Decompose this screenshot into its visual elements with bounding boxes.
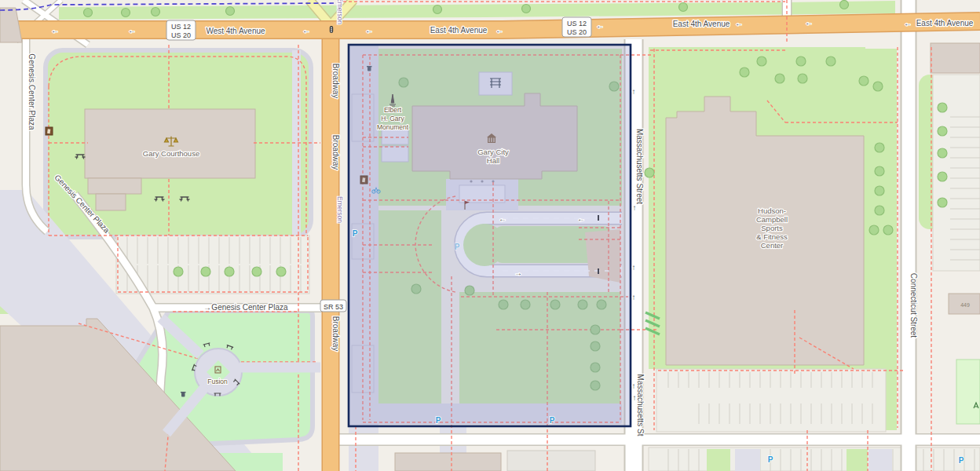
selection-highlight[interactable] bbox=[349, 45, 631, 426]
oneway-arrow: ← bbox=[904, 19, 912, 27]
parking-marker: P bbox=[959, 456, 964, 465]
oneway-arrow: ↑ bbox=[632, 87, 636, 96]
street-label-broadway: Broadway bbox=[331, 316, 340, 351]
street-label-broadway: Broadway bbox=[331, 135, 340, 170]
street-label-massachusetts: Massachusetts Street bbox=[635, 129, 644, 204]
oneway-arrow: ← bbox=[596, 21, 604, 30]
oneway-arrow: → bbox=[514, 268, 522, 277]
shield-text: US 20 bbox=[171, 31, 191, 39]
street-label-emerson: Emerson bbox=[336, 196, 344, 223]
street-label-east-4th-avenue-right: East 4th Avenue bbox=[673, 20, 730, 28]
shield-sr53: SR 53 bbox=[320, 300, 346, 312]
parking-marker: P bbox=[353, 229, 358, 238]
parking-marker: P bbox=[768, 455, 773, 464]
street-label-genesis-vertical: Genesis Center Plaza bbox=[27, 53, 36, 130]
poi-label-hudson-campbell: Hudson- bbox=[758, 206, 786, 215]
oneway-arrow: → bbox=[203, 303, 211, 312]
oneway-arrow: ← bbox=[735, 19, 743, 27]
shield-text: US 12 bbox=[171, 23, 191, 31]
street-label-east-4th-avenue-far: East 4th Avenue bbox=[916, 19, 974, 27]
parking-marker: P bbox=[436, 416, 441, 425]
poi-label-hudson-campbell: & Fitness bbox=[756, 232, 788, 241]
parking-marker: P bbox=[455, 243, 460, 251]
oneway-arrow: ← bbox=[805, 18, 813, 27]
oneway-arrow: ← bbox=[128, 26, 136, 35]
oneway-arrow: ← bbox=[499, 214, 506, 223]
poi-label-gary-courthouse: Gary Courthouse bbox=[143, 149, 199, 158]
poi-label-hudson-campbell: Center bbox=[761, 241, 784, 250]
street-label-genesis-horizontal: Genesis Center Plaza bbox=[211, 303, 288, 312]
shield-text: US 20 bbox=[567, 28, 587, 36]
shield-us12-us20-center: US 12 US 20 bbox=[562, 17, 591, 37]
oneway-arrow: ↑ bbox=[633, 393, 637, 402]
oneway-arrow: ↑ bbox=[632, 293, 636, 301]
shield-text: US 12 bbox=[567, 20, 587, 27]
oneway-arrow: ← bbox=[495, 26, 503, 35]
parking-marker: P bbox=[550, 416, 555, 425]
address-label-449: 449 bbox=[960, 302, 970, 308]
street-label-west-4th-avenue: West 4th Avenue bbox=[206, 27, 265, 35]
shield-us12-us20-left: US 12 US 20 bbox=[166, 20, 196, 40]
poi-label-monument: H. Gary bbox=[381, 115, 404, 122]
poi-label-hudson-campbell: Sports bbox=[761, 224, 783, 232]
map-viewport[interactable]: US 12 US 20 West 4th Avenue ← ← ← East 4… bbox=[0, 0, 980, 471]
poi-label-monument: Monument bbox=[377, 123, 409, 131]
poi-label-gary-city-hall: Hall bbox=[487, 156, 499, 165]
poi-label-monument: Elbert bbox=[384, 106, 402, 114]
street-label-emerson: Emerson bbox=[336, 0, 344, 24]
poi-label-hudson-campbell: Campbell bbox=[756, 215, 788, 224]
oneway-arrow: ↑ bbox=[633, 203, 637, 212]
oneway-arrow: ← bbox=[302, 26, 310, 35]
svg-text:SR 53: SR 53 bbox=[324, 303, 343, 311]
street-label-massachusetts-abbr: Massachusetts St bbox=[636, 374, 645, 436]
street-label-east-4th-avenue: East 4th Avenue bbox=[430, 26, 488, 35]
street-label-broadway: Broadway bbox=[331, 64, 340, 98]
street-label-connecticut: Connecticut Street bbox=[909, 273, 918, 338]
map-canvas[interactable]: US 12 US 20 West 4th Avenue ← ← ← East 4… bbox=[0, 0, 980, 471]
oneway-arrow: ← bbox=[577, 214, 585, 223]
poi-label-gary-city-hall: Gary City bbox=[477, 148, 509, 156]
oneway-arrow: ← bbox=[51, 26, 59, 35]
oneway-arrow: ← bbox=[365, 26, 373, 35]
poi-label-fusion: Fusion bbox=[207, 378, 228, 385]
oneway-arrow: ↑ bbox=[632, 382, 636, 390]
traffic-signal-icon bbox=[330, 26, 333, 33]
oneway-arrow: ↑ bbox=[632, 263, 636, 272]
